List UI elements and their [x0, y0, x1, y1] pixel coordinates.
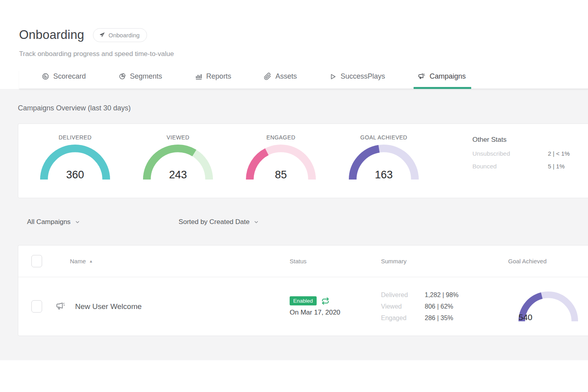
- campaigns-table: Name ▲ Status Summary Goal Achieved New …: [18, 245, 588, 336]
- gauge-viewed: VIEWED 243: [143, 134, 213, 198]
- status-cell: Enabled On Mar 17, 2020: [290, 296, 381, 317]
- campaign-name-cell: New User Welcome: [42, 301, 290, 312]
- tab-label: Assets: [275, 72, 297, 81]
- tab-label: Segments: [130, 72, 162, 81]
- campaign-filter-label: All Campaigns: [27, 218, 71, 226]
- campaign-filter-dropdown[interactable]: All Campaigns: [27, 218, 80, 226]
- viewed-gauge-chart: 243: [143, 145, 213, 180]
- row-goal-gauge-chart: 540: [518, 292, 578, 321]
- table-header-row: Name ▲ Status Summary Goal Achieved: [18, 245, 588, 277]
- tab-label: Scorecard: [53, 72, 86, 81]
- tab-label: SuccessPlays: [340, 72, 385, 81]
- tab-label: Reports: [206, 72, 231, 81]
- other-stats-title: Other Stats: [472, 136, 588, 144]
- column-header-summary[interactable]: Summary: [381, 258, 500, 265]
- sort-dropdown[interactable]: Sorted by Created Date: [179, 218, 259, 226]
- scorecard-icon: [42, 73, 49, 80]
- status-badge: Enabled: [290, 296, 317, 305]
- play-icon: [329, 73, 337, 80]
- summary-delivered: Delivered 1,282 | 98%: [381, 292, 500, 299]
- recurring-icon: [321, 297, 329, 305]
- summary-cell: Delivered 1,282 | 98% Viewed 806 | 62% E…: [381, 292, 500, 322]
- filter-bar: All Campaigns Sorted by Created Date: [18, 218, 588, 226]
- gauge-engaged: ENGAGED 85: [246, 134, 316, 198]
- tab-scorecard[interactable]: Scorecard: [41, 70, 87, 89]
- sort-ascending-icon: ▲: [89, 259, 93, 263]
- status-date: On Mar 17, 2020: [290, 309, 381, 317]
- row-checkbox-cell: [18, 300, 42, 313]
- summary-engaged: Engaged 286 | 35%: [381, 315, 500, 322]
- other-stats: Other Stats Unsubscribed 2 | < 1% Bounce…: [472, 134, 588, 198]
- gauge-goal-achieved: GOAL ACHIEVED 163: [349, 134, 419, 198]
- column-header-goal-achieved[interactable]: Goal Achieved: [500, 258, 588, 265]
- campaigns-overview-card: DELIVERED 360 VIEWED 243 ENGAGED 85 GOAL…: [18, 124, 588, 198]
- paper-plane-icon: [99, 32, 105, 38]
- tab-segments[interactable]: Segments: [118, 70, 163, 89]
- paperclip-icon: [264, 73, 271, 80]
- column-header-name[interactable]: Name ▲: [42, 258, 290, 265]
- tab-reports[interactable]: Reports: [194, 70, 232, 89]
- select-all-checkbox[interactable]: [31, 255, 42, 267]
- onboarding-badge[interactable]: Onboarding: [93, 28, 147, 42]
- stat-label: Bounced: [472, 163, 548, 170]
- row-checkbox[interactable]: [31, 300, 42, 313]
- gauge-delivered: DELIVERED 360: [40, 134, 110, 198]
- stat-bounced: Bounced 5 | 1%: [472, 163, 588, 170]
- megaphone-icon: [418, 73, 426, 81]
- stat-label: Unsubscribed: [472, 150, 548, 157]
- stat-unsubscribed: Unsubscribed 2 | < 1%: [472, 150, 588, 157]
- segments-icon: [118, 73, 126, 80]
- summary-viewed: Viewed 806 | 62%: [381, 303, 500, 310]
- bottom-whitespace: [0, 360, 588, 378]
- column-header-status[interactable]: Status: [290, 258, 381, 265]
- goal-achieved-gauge-chart: 163: [349, 145, 419, 180]
- megaphone-icon: [55, 301, 66, 312]
- content-area: Campaigns Overview (last 30 days) DELIVE…: [0, 89, 588, 360]
- page-title: Onboarding: [19, 28, 84, 42]
- overview-section-title: Campaigns Overview (last 30 days): [18, 89, 588, 112]
- chevron-down-icon: [75, 219, 80, 225]
- goal-achieved-cell: 540: [500, 292, 588, 321]
- campaign-name[interactable]: New User Welcome: [75, 302, 142, 311]
- stat-value: 2 | < 1%: [548, 150, 570, 157]
- gauge-label: GOAL ACHIEVED: [349, 134, 419, 141]
- delivered-gauge-chart: 360: [40, 145, 110, 180]
- stat-value: 5 | 1%: [548, 163, 565, 170]
- chevron-down-icon: [253, 219, 259, 225]
- tab-campaigns[interactable]: Campaigns: [417, 70, 466, 89]
- gauge-label: DELIVERED: [40, 134, 110, 141]
- tab-successplays[interactable]: SuccessPlays: [329, 70, 386, 89]
- page-subtitle: Track onboarding progress and speed time…: [19, 50, 588, 58]
- onboarding-badge-label: Onboarding: [108, 32, 139, 39]
- sort-label: Sorted by Created Date: [179, 218, 250, 226]
- tab-assets[interactable]: Assets: [263, 70, 298, 89]
- tab-bar: Scorecard Segments Reports Assets Succes…: [19, 70, 588, 89]
- tab-label: Campaigns: [429, 72, 466, 81]
- reports-icon: [195, 73, 202, 80]
- table-row[interactable]: New User Welcome Enabled On Mar 17, 2020…: [18, 277, 588, 336]
- engaged-gauge-chart: 85: [246, 145, 316, 180]
- page-header: Onboarding Onboarding Track onboarding p…: [0, 0, 588, 89]
- gauge-label: ENGAGED: [246, 134, 316, 141]
- header-checkbox-cell: [18, 255, 42, 267]
- gauge-label: VIEWED: [143, 134, 213, 141]
